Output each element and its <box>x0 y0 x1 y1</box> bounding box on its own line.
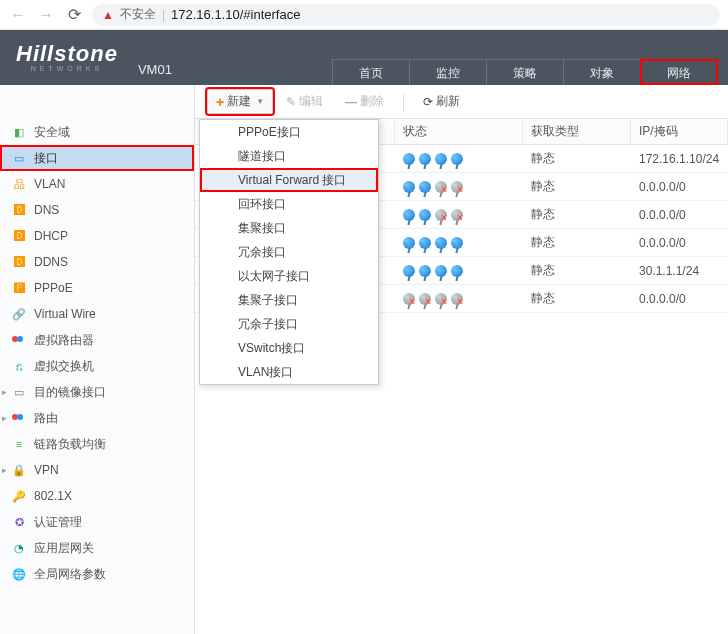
new-button-label: 新建 <box>227 93 251 110</box>
browser-bar: ← → ⟳ ▲ 不安全 | 172.16.1.10/#interface <box>0 0 728 30</box>
sidebar-item-label: 应用层网关 <box>34 540 94 557</box>
sidebar-item[interactable]: 🅳DNS <box>0 197 194 223</box>
status-icon <box>435 153 447 165</box>
sidebar-item[interactable]: 🅳DDNS <box>0 249 194 275</box>
app-header: Hillstone NETWORKS VM01 首页监控策略对象网络 <box>0 30 728 85</box>
cell-ip: 0.0.0.0/0 <box>631 285 728 312</box>
sidebar-icon: ✪ <box>12 515 26 529</box>
toolbar: + 新建 ▼ ✎ 编辑 — 删除 ⟳ 刷新 <box>195 85 728 119</box>
status-icons <box>403 181 463 193</box>
sidebar-icon <box>12 411 26 425</box>
minus-icon: — <box>345 95 357 109</box>
col-status[interactable]: 状态 <box>395 119 523 144</box>
warning-icon: ▲ <box>102 8 114 22</box>
sidebar-item[interactable]: 品VLAN <box>0 171 194 197</box>
sidebar-icon: 🅳 <box>12 255 26 269</box>
cell-type: 静态 <box>523 145 631 172</box>
top-nav: 首页监控策略对象网络 <box>333 59 718 85</box>
sidebar-item-label: 安全域 <box>34 124 70 141</box>
sidebar-item[interactable]: ≡链路负载均衡 <box>0 431 194 457</box>
new-dropdown: PPPoE接口隧道接口Virtual Forward 接口回环接口集聚接口冗余接… <box>199 119 379 385</box>
status-icon <box>403 153 415 165</box>
main-panel: + 新建 ▼ ✎ 编辑 — 删除 ⟳ 刷新 PPPoE接口隧道接口Virtual… <box>195 85 728 634</box>
status-icon <box>435 209 447 221</box>
dropdown-item[interactable]: 集聚子接口 <box>200 288 378 312</box>
back-button[interactable]: ← <box>8 6 28 24</box>
col-type[interactable]: 获取类型 <box>523 119 631 144</box>
dropdown-item[interactable]: PPPoE接口 <box>200 120 378 144</box>
sidebar-item-label: 接口 <box>34 150 58 167</box>
dropdown-item[interactable]: 回环接口 <box>200 192 378 216</box>
sidebar-item[interactable]: 🔑802.1X <box>0 483 194 509</box>
sidebar-icon: 🅳 <box>12 203 26 217</box>
dropdown-item[interactable]: VLAN接口 <box>200 360 378 384</box>
sidebar-icon: ◔ <box>12 541 26 555</box>
sidebar-icon: ≡ <box>12 437 26 451</box>
cell-type: 静态 <box>523 257 631 284</box>
sidebar-icon: 🔒 <box>12 463 26 477</box>
dropdown-item[interactable]: 隧道接口 <box>200 144 378 168</box>
sidebar-item[interactable]: 🅳DHCP <box>0 223 194 249</box>
sidebar-item[interactable]: 虚拟路由器 <box>0 327 194 353</box>
status-icon <box>435 237 447 249</box>
dropdown-item[interactable]: 集聚接口 <box>200 216 378 240</box>
sidebar-item[interactable]: ◔应用层网关 <box>0 535 194 561</box>
edit-button[interactable]: ✎ 编辑 <box>277 89 332 114</box>
sidebar-item-label: DHCP <box>34 229 68 243</box>
cell-type: 静态 <box>523 201 631 228</box>
cell-ip: 0.0.0.0/0 <box>631 229 728 256</box>
nav-item[interactable]: 网络 <box>640 59 718 85</box>
sidebar-item[interactable]: 🅿PPPoE <box>0 275 194 301</box>
forward-button[interactable]: → <box>36 6 56 24</box>
sidebar-item[interactable]: ▭目的镜像接口 <box>0 379 194 405</box>
sidebar-item-label: 802.1X <box>34 489 72 503</box>
sidebar-item[interactable]: ◧安全域 <box>0 119 194 145</box>
url-text: 172.16.1.10/#interface <box>171 7 300 22</box>
sidebar-item[interactable]: ▭接口 <box>0 145 194 171</box>
pencil-icon: ✎ <box>286 95 296 109</box>
dropdown-item[interactable]: 冗余子接口 <box>200 312 378 336</box>
dropdown-item[interactable]: VSwitch接口 <box>200 336 378 360</box>
dropdown-item[interactable]: 以太网子接口 <box>200 264 378 288</box>
refresh-button[interactable]: ⟳ 刷新 <box>414 89 469 114</box>
nav-item[interactable]: 首页 <box>332 59 410 85</box>
sidebar-item-label: 目的镜像接口 <box>34 384 106 401</box>
status-icon <box>403 265 415 277</box>
dropdown-item[interactable]: 冗余接口 <box>200 240 378 264</box>
sidebar-icon: 🅳 <box>12 229 26 243</box>
cell-ip: 172.16.1.10/24 <box>631 145 728 172</box>
sidebar-item-label: 全局网络参数 <box>34 566 106 583</box>
status-icons <box>403 237 463 249</box>
status-icon <box>419 181 431 193</box>
sidebar-item-label: 虚拟路由器 <box>34 332 94 349</box>
sidebar-item[interactable]: ✪认证管理 <box>0 509 194 535</box>
cell-ip: 0.0.0.0/0 <box>631 173 728 200</box>
new-button[interactable]: + 新建 ▼ <box>207 89 273 114</box>
nav-item[interactable]: 对象 <box>563 59 641 85</box>
dropdown-item[interactable]: Virtual Forward 接口 <box>200 168 378 192</box>
cell-ip: 30.1.1.1/24 <box>631 257 728 284</box>
col-ip[interactable]: IP/掩码 <box>631 119 728 144</box>
status-icons <box>403 265 463 277</box>
nav-item[interactable]: 策略 <box>486 59 564 85</box>
cell-ip: 0.0.0.0/0 <box>631 201 728 228</box>
insecure-label: 不安全 <box>120 6 156 23</box>
delete-button[interactable]: — 删除 <box>336 89 393 114</box>
status-icon <box>403 209 415 221</box>
sidebar-icon: ▭ <box>12 151 26 165</box>
sidebar: ◧安全域▭接口品VLAN🅳DNS🅳DHCP🅳DDNS🅿PPPoE🔗Virtual… <box>0 85 195 634</box>
sidebar-item[interactable]: ⎌虚拟交换机 <box>0 353 194 379</box>
status-icon <box>419 237 431 249</box>
sidebar-item[interactable]: 路由 <box>0 405 194 431</box>
sidebar-item[interactable]: 🔗Virtual Wire <box>0 301 194 327</box>
sidebar-item[interactable]: 🌐全局网络参数 <box>0 561 194 587</box>
status-icon <box>419 265 431 277</box>
reload-button[interactable]: ⟳ <box>64 5 84 24</box>
refresh-icon: ⟳ <box>423 95 433 109</box>
refresh-button-label: 刷新 <box>436 93 460 110</box>
delete-button-label: 删除 <box>360 93 384 110</box>
sidebar-item[interactable]: 🔒VPN <box>0 457 194 483</box>
address-bar[interactable]: ▲ 不安全 | 172.16.1.10/#interface <box>92 4 720 26</box>
nav-item[interactable]: 监控 <box>409 59 487 85</box>
status-icon <box>451 265 463 277</box>
